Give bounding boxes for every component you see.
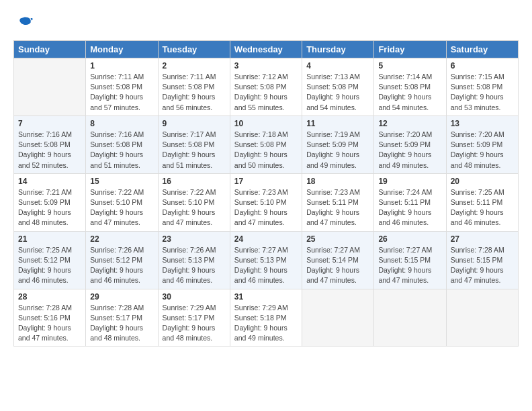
week-row-5: 28Sunrise: 7:28 AM Sunset: 5:16 PM Dayli… xyxy=(14,289,519,347)
day-info: Sunrise: 7:27 AM Sunset: 5:15 PM Dayligh… xyxy=(378,245,441,286)
day-info: Sunrise: 7:26 AM Sunset: 5:13 PM Dayligh… xyxy=(163,245,226,286)
logo-bird-icon xyxy=(13,13,34,34)
day-number: 14 xyxy=(18,177,81,186)
day-number: 17 xyxy=(234,177,298,186)
calendar-cell: 11Sunrise: 7:19 AM Sunset: 5:09 PM Dayli… xyxy=(302,116,374,173)
day-number: 20 xyxy=(451,177,514,186)
day-info: Sunrise: 7:16 AM Sunset: 5:08 PM Dayligh… xyxy=(18,130,81,171)
day-info: Sunrise: 7:27 AM Sunset: 5:13 PM Dayligh… xyxy=(234,245,298,286)
calendar-cell xyxy=(14,58,86,116)
day-number: 2 xyxy=(163,61,226,71)
day-info: Sunrise: 7:11 AM Sunset: 5:08 PM Dayligh… xyxy=(163,72,226,113)
day-number: 11 xyxy=(306,119,369,128)
day-number: 10 xyxy=(234,119,298,128)
weekday-header-wednesday: Wednesday xyxy=(230,41,302,58)
calendar-cell: 21Sunrise: 7:25 AM Sunset: 5:12 PM Dayli… xyxy=(14,231,86,289)
day-info: Sunrise: 7:13 AM Sunset: 5:08 PM Dayligh… xyxy=(306,72,369,113)
day-info: Sunrise: 7:19 AM Sunset: 5:09 PM Dayligh… xyxy=(306,130,369,171)
calendar-cell: 16Sunrise: 7:22 AM Sunset: 5:10 PM Dayli… xyxy=(158,173,230,231)
calendar-cell: 2Sunrise: 7:11 AM Sunset: 5:08 PM Daylig… xyxy=(158,58,230,116)
day-info: Sunrise: 7:23 AM Sunset: 5:11 PM Dayligh… xyxy=(306,187,369,228)
calendar-cell xyxy=(302,289,374,347)
weekday-header-friday: Friday xyxy=(374,41,446,58)
calendar-cell: 31Sunrise: 7:29 AM Sunset: 5:18 PM Dayli… xyxy=(230,289,302,347)
day-number: 4 xyxy=(306,61,369,71)
weekday-header-tuesday: Tuesday xyxy=(158,41,230,58)
calendar-cell: 26Sunrise: 7:27 AM Sunset: 5:15 PM Dayli… xyxy=(374,231,446,289)
day-info: Sunrise: 7:22 AM Sunset: 5:10 PM Dayligh… xyxy=(90,187,153,228)
day-info: Sunrise: 7:26 AM Sunset: 5:12 PM Dayligh… xyxy=(90,245,153,286)
calendar-cell: 14Sunrise: 7:21 AM Sunset: 5:09 PM Dayli… xyxy=(14,173,86,231)
calendar-cell: 5Sunrise: 7:14 AM Sunset: 5:08 PM Daylig… xyxy=(374,58,446,116)
calendar-cell: 10Sunrise: 7:18 AM Sunset: 5:08 PM Dayli… xyxy=(230,116,302,173)
week-row-1: 1Sunrise: 7:11 AM Sunset: 5:08 PM Daylig… xyxy=(14,58,519,116)
day-info: Sunrise: 7:28 AM Sunset: 5:17 PM Dayligh… xyxy=(90,303,153,344)
day-number: 7 xyxy=(18,119,81,128)
day-number: 26 xyxy=(378,234,441,244)
day-number: 18 xyxy=(306,177,369,186)
calendar-cell: 6Sunrise: 7:15 AM Sunset: 5:08 PM Daylig… xyxy=(446,58,518,116)
calendar-cell: 28Sunrise: 7:28 AM Sunset: 5:16 PM Dayli… xyxy=(14,289,86,347)
page-header xyxy=(13,13,519,34)
day-info: Sunrise: 7:23 AM Sunset: 5:10 PM Dayligh… xyxy=(234,187,298,228)
calendar-cell: 24Sunrise: 7:27 AM Sunset: 5:13 PM Dayli… xyxy=(230,231,302,289)
calendar-cell: 7Sunrise: 7:16 AM Sunset: 5:08 PM Daylig… xyxy=(14,116,86,173)
weekday-header-row: SundayMondayTuesdayWednesdayThursdayFrid… xyxy=(14,41,519,58)
week-row-3: 14Sunrise: 7:21 AM Sunset: 5:09 PM Dayli… xyxy=(14,173,519,231)
calendar-cell: 18Sunrise: 7:23 AM Sunset: 5:11 PM Dayli… xyxy=(302,173,374,231)
weekday-header-monday: Monday xyxy=(86,41,158,58)
day-number: 31 xyxy=(234,292,298,302)
calendar-cell: 23Sunrise: 7:26 AM Sunset: 5:13 PM Dayli… xyxy=(158,231,230,289)
day-info: Sunrise: 7:22 AM Sunset: 5:10 PM Dayligh… xyxy=(163,187,226,228)
calendar-cell: 25Sunrise: 7:27 AM Sunset: 5:14 PM Dayli… xyxy=(302,231,374,289)
week-row-4: 21Sunrise: 7:25 AM Sunset: 5:12 PM Dayli… xyxy=(14,231,519,289)
calendar-cell: 27Sunrise: 7:28 AM Sunset: 5:15 PM Dayli… xyxy=(446,231,518,289)
day-number: 9 xyxy=(163,119,226,128)
day-info: Sunrise: 7:17 AM Sunset: 5:08 PM Dayligh… xyxy=(163,130,226,171)
day-info: Sunrise: 7:20 AM Sunset: 5:09 PM Dayligh… xyxy=(451,130,514,171)
calendar-cell: 12Sunrise: 7:20 AM Sunset: 5:09 PM Dayli… xyxy=(374,116,446,173)
day-number: 30 xyxy=(163,292,226,302)
calendar-table: SundayMondayTuesdayWednesdayThursdayFrid… xyxy=(13,40,519,347)
day-number: 21 xyxy=(18,234,81,244)
day-info: Sunrise: 7:28 AM Sunset: 5:15 PM Dayligh… xyxy=(451,245,514,286)
calendar-cell: 13Sunrise: 7:20 AM Sunset: 5:09 PM Dayli… xyxy=(446,116,518,173)
day-number: 16 xyxy=(163,177,226,186)
day-info: Sunrise: 7:20 AM Sunset: 5:09 PM Dayligh… xyxy=(378,130,441,171)
day-number: 25 xyxy=(306,234,369,244)
calendar-cell: 19Sunrise: 7:24 AM Sunset: 5:11 PM Dayli… xyxy=(374,173,446,231)
day-number: 12 xyxy=(378,119,441,128)
day-number: 13 xyxy=(451,119,514,128)
day-number: 3 xyxy=(234,61,298,71)
logo xyxy=(13,13,36,34)
day-number: 8 xyxy=(90,119,153,128)
day-info: Sunrise: 7:28 AM Sunset: 5:16 PM Dayligh… xyxy=(18,303,81,344)
day-number: 29 xyxy=(90,292,153,302)
calendar-cell: 29Sunrise: 7:28 AM Sunset: 5:17 PM Dayli… xyxy=(86,289,158,347)
day-number: 27 xyxy=(451,234,514,244)
calendar-cell: 3Sunrise: 7:12 AM Sunset: 5:08 PM Daylig… xyxy=(230,58,302,116)
calendar-cell: 9Sunrise: 7:17 AM Sunset: 5:08 PM Daylig… xyxy=(158,116,230,173)
day-number: 6 xyxy=(451,61,514,71)
day-info: Sunrise: 7:29 AM Sunset: 5:18 PM Dayligh… xyxy=(234,303,298,344)
day-number: 24 xyxy=(234,234,298,244)
calendar-cell: 22Sunrise: 7:26 AM Sunset: 5:12 PM Dayli… xyxy=(86,231,158,289)
calendar-cell: 1Sunrise: 7:11 AM Sunset: 5:08 PM Daylig… xyxy=(86,58,158,116)
weekday-header-saturday: Saturday xyxy=(446,41,518,58)
day-number: 28 xyxy=(18,292,81,302)
day-info: Sunrise: 7:29 AM Sunset: 5:17 PM Dayligh… xyxy=(163,303,226,344)
day-info: Sunrise: 7:24 AM Sunset: 5:11 PM Dayligh… xyxy=(378,187,441,228)
calendar-cell xyxy=(374,289,446,347)
day-info: Sunrise: 7:12 AM Sunset: 5:08 PM Dayligh… xyxy=(234,72,298,113)
day-info: Sunrise: 7:16 AM Sunset: 5:08 PM Dayligh… xyxy=(90,130,153,171)
weekday-header-sunday: Sunday xyxy=(14,41,86,58)
day-number: 19 xyxy=(378,177,441,186)
calendar-cell: 20Sunrise: 7:25 AM Sunset: 5:11 PM Dayli… xyxy=(446,173,518,231)
day-number: 15 xyxy=(90,177,153,186)
weekday-header-thursday: Thursday xyxy=(302,41,374,58)
calendar-cell: 30Sunrise: 7:29 AM Sunset: 5:17 PM Dayli… xyxy=(158,289,230,347)
day-info: Sunrise: 7:25 AM Sunset: 5:11 PM Dayligh… xyxy=(451,187,514,228)
day-info: Sunrise: 7:25 AM Sunset: 5:12 PM Dayligh… xyxy=(18,245,81,286)
calendar-cell xyxy=(446,289,518,347)
week-row-2: 7Sunrise: 7:16 AM Sunset: 5:08 PM Daylig… xyxy=(14,116,519,173)
